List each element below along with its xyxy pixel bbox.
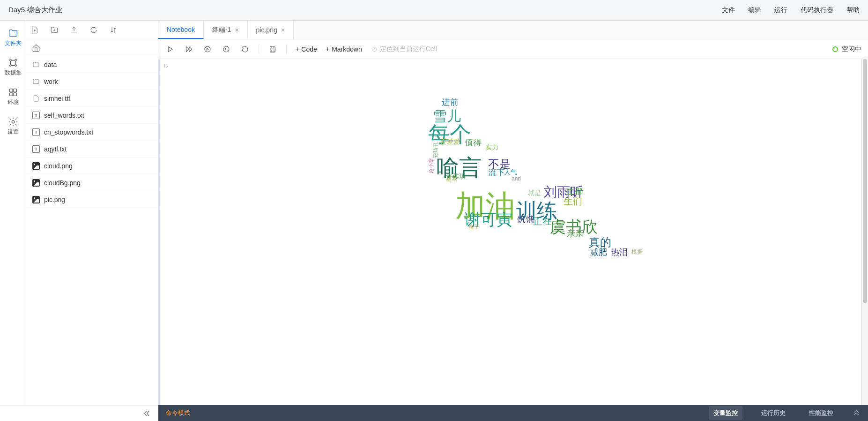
tab-notebook[interactable]: Notebook: [158, 21, 204, 39]
add-code-button[interactable]: +Code: [295, 45, 317, 53]
menu-edit[interactable]: 编辑: [748, 6, 761, 15]
notebook-body: 加油喻言训练每个谢可寅虞书欣刘雨昕雪儿不是真的生们生都值得正在饥饿流下减肥热泪亲…: [158, 59, 868, 405]
add-markdown-button[interactable]: +Markdown: [326, 45, 362, 53]
file-item[interactable]: cloudBg.png: [26, 174, 158, 191]
wordcloud-word: 热泪: [611, 247, 628, 258]
cell-gutter: [158, 59, 174, 405]
wordcloud-word: 生都: [566, 186, 583, 197]
save-button[interactable]: [267, 44, 278, 54]
activity-folder-label: 文件夹: [5, 39, 22, 47]
image-file-icon: [32, 162, 40, 170]
file-item[interactable]: simhei.ttf: [26, 90, 158, 107]
tab-label: 终端-1: [212, 26, 231, 34]
scrollbar-track[interactable]: [861, 59, 868, 405]
new-file-button[interactable]: [30, 25, 39, 35]
wordcloud-word: 减肥: [590, 247, 607, 258]
wordcloud-word: 值得: [465, 137, 482, 148]
close-icon[interactable]: ×: [281, 26, 285, 34]
separator: [286, 45, 287, 54]
wordcloud-word: 金子: [468, 223, 480, 231]
svg-point-11: [372, 47, 376, 51]
svg-point-2: [9, 65, 11, 67]
kernel-status-text: 空闲中: [842, 45, 861, 53]
wordcloud-word: 生们: [564, 195, 582, 208]
restart-kernel-button[interactable]: [240, 44, 250, 54]
cell-output[interactable]: 加油喻言训练每个谢可寅虞书欣刘雨昕雪儿不是真的生们生都值得正在饥饿流下减肥热泪亲…: [174, 59, 861, 405]
activity-env[interactable]: 环境: [0, 85, 26, 108]
status-tab-vars[interactable]: 变量监控: [709, 406, 742, 420]
file-list: dataworksimhei.ttfTself_words.txtTcn_sto…: [26, 56, 158, 405]
wordcloud-word: and: [512, 175, 521, 182]
tab-terminal[interactable]: 终端-1 ×: [204, 21, 248, 39]
stop-button[interactable]: [221, 44, 231, 54]
activity-bar: 文件夹 数据集 环境 设置: [0, 21, 26, 405]
menu-file[interactable]: 文件: [722, 6, 735, 15]
wordcloud-word: 饥饿: [517, 214, 534, 225]
kernel-status-dot: [832, 46, 838, 52]
svg-point-12: [373, 48, 375, 50]
status-tab-history[interactable]: 运行历史: [757, 406, 790, 420]
activity-settings-label: 设置: [7, 128, 19, 136]
file-item[interactable]: Taqytl.txt: [26, 141, 158, 158]
activity-settings[interactable]: 设置: [0, 115, 26, 138]
run-all-button[interactable]: [184, 44, 194, 54]
tab-label: Notebook: [167, 26, 195, 33]
gear-icon: [8, 117, 18, 127]
file-item[interactable]: work: [26, 73, 158, 90]
svg-rect-4: [9, 89, 12, 92]
menu-executor[interactable]: 代码执行器: [801, 6, 833, 15]
refresh-button[interactable]: [89, 25, 98, 35]
new-folder-button[interactable]: [50, 25, 59, 35]
file-item[interactable]: pic.png: [26, 191, 158, 208]
activity-dataset-label: 数据集: [5, 69, 22, 77]
env-icon: [8, 87, 18, 98]
wordcloud-word: 安琦孔: [432, 142, 440, 158]
svg-point-9: [205, 46, 210, 52]
image-file-icon: [32, 195, 40, 204]
wordcloud-word: 正在: [533, 215, 552, 228]
status-tab-perf[interactable]: 性能监控: [804, 406, 838, 420]
sort-button[interactable]: [109, 25, 118, 35]
upload-button[interactable]: [69, 25, 79, 35]
notebook-toolbar: +Code +Markdown 定位到当前运行Cell 空闲中: [158, 39, 868, 59]
sidebar-collapse-button[interactable]: [0, 405, 158, 421]
chevron-double-up-icon: [852, 408, 861, 417]
wordcloud-word: 就是: [528, 189, 541, 197]
restart-button[interactable]: [202, 44, 213, 54]
expand-panel-button[interactable]: [852, 408, 861, 418]
menu-help[interactable]: 帮助: [846, 6, 860, 15]
file-name: simhei.ttf: [44, 95, 70, 102]
folder-icon: [32, 60, 40, 69]
run-cell-button[interactable]: [165, 44, 175, 54]
text-file-icon: T: [32, 128, 40, 136]
wordcloud-word: 雪儿: [433, 107, 461, 126]
home-breadcrumb[interactable]: [26, 39, 158, 56]
image-file-icon: [32, 179, 40, 187]
activity-dataset[interactable]: 数据集: [0, 56, 26, 79]
wordcloud-word: 基本: [446, 175, 457, 183]
file-name: pic.png: [44, 196, 65, 203]
tab-image[interactable]: pic.png ×: [248, 21, 294, 39]
file-name: self_words.txt: [44, 112, 84, 119]
tab-label: pic.png: [256, 26, 277, 34]
home-icon: [32, 44, 40, 52]
file-item[interactable]: Tcn_stopwords.txt: [26, 124, 158, 141]
scrollbar-thumb[interactable]: [863, 59, 867, 303]
folder-icon: [8, 28, 18, 38]
close-icon[interactable]: ×: [235, 26, 238, 34]
file-item[interactable]: data: [26, 56, 158, 73]
wordcloud-image: 加油喻言训练每个谢可寅虞书欣刘雨昕雪儿不是真的生们生都值得正在饥饿流下减肥热泪亲…: [305, 115, 680, 350]
activity-folder[interactable]: 文件夹: [0, 26, 26, 49]
separator: [259, 45, 259, 54]
locate-cell-button[interactable]: 定位到当前运行Cell: [371, 45, 437, 53]
statusbar: 命令模式 变量监控 运行历史 性能监控: [158, 405, 868, 421]
svg-point-8: [12, 120, 15, 123]
output-indicator-icon: [163, 62, 171, 69]
file-item[interactable]: Tself_words.txt: [26, 107, 158, 124]
svg-point-1: [15, 60, 16, 61]
file-item[interactable]: cloud.png: [26, 158, 158, 174]
text-file-icon: T: [32, 145, 40, 153]
dataset-icon: [8, 58, 18, 68]
activity-env-label: 环境: [7, 98, 19, 106]
menu-run[interactable]: 运行: [774, 6, 787, 15]
